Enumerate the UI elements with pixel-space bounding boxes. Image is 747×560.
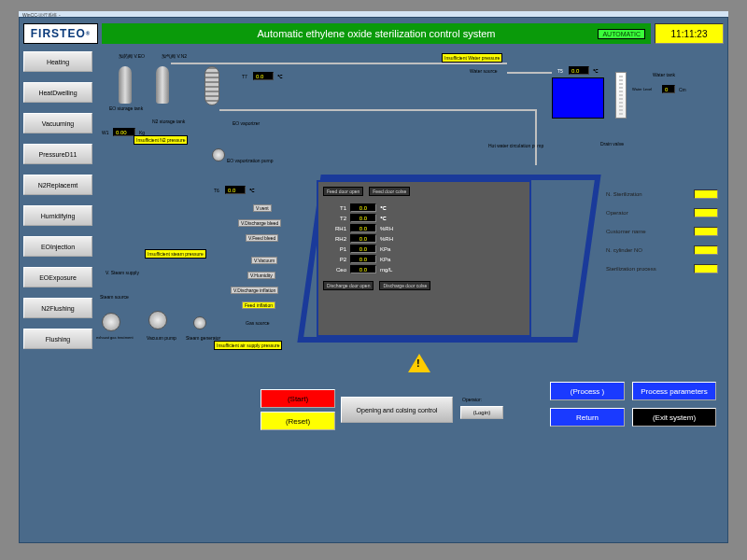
rp-operator-value xyxy=(694,208,718,217)
sidebar-n2flushing[interactable]: N2Flushing xyxy=(23,298,92,318)
v-feed-bleed-label: V.Feed bleed xyxy=(246,234,278,242)
rp-sterilization-label: N. Sterilization xyxy=(606,191,642,197)
sidebar-pressured11[interactable]: PressureD11 xyxy=(23,144,92,164)
sidebar-flushing[interactable]: Flushing xyxy=(23,329,92,349)
pipe xyxy=(507,72,552,74)
rp-sterilization-value xyxy=(694,189,718,199)
warning-icon xyxy=(408,354,430,372)
exhaust-label: exhaust gas treatment xyxy=(96,335,134,340)
water-tank-icon xyxy=(552,77,604,119)
chamber-param-row: Ceo0.0mg/L xyxy=(326,264,522,274)
page-title: Automatic ethylene oxide sterilization c… xyxy=(102,23,651,44)
chamber-param-row: T10.0℃ xyxy=(326,203,522,213)
discharge-door-open-button[interactable]: Discharge door open xyxy=(323,281,374,290)
right-panel: N. Sterilization Operator Customer name … xyxy=(606,189,718,273)
vaporizer-icon xyxy=(204,66,219,105)
reset-button[interactable]: (Reset) xyxy=(261,412,335,430)
v-vent-label: V.vent xyxy=(253,204,272,212)
sidebar-vacuuming[interactable]: Vacuuming xyxy=(23,113,92,133)
sidebar: Heating HeatDwelling Vacuuming PressureD… xyxy=(23,51,92,349)
sidebar-n2replacemt[interactable]: N2Replacemt xyxy=(23,175,92,195)
water-source-label: Water source xyxy=(470,68,498,74)
v-humidity-label: V.Humidity xyxy=(247,272,275,279)
mode-badge: AUTOMATIC xyxy=(598,29,645,39)
w1-value: 0.00 xyxy=(113,128,135,136)
chamber-param-row: P20.0KPa xyxy=(326,254,522,264)
drain-valve-label: Drain valve xyxy=(600,141,624,147)
v-vacuum-label: V.Vacuum xyxy=(251,257,277,264)
chamber: Feed door open Feed door colse T10.0℃T20… xyxy=(317,180,531,337)
rp-cylinder-value xyxy=(694,245,718,255)
logo: FIRSTEO® xyxy=(23,23,98,44)
callout-steam-pressure: Insufficient steam pressure xyxy=(145,249,206,259)
eo-tank-label: EO storage tank xyxy=(109,105,143,111)
n2-tank-icon xyxy=(156,66,169,104)
pipe xyxy=(171,63,507,64)
feed-door-close-button[interactable]: Feed door colse xyxy=(369,187,410,196)
process-parameters-button[interactable]: Process parameters xyxy=(632,382,716,400)
steam-supply-label: V. Steam supply xyxy=(106,270,139,275)
start-button[interactable]: (Start) xyxy=(261,389,335,408)
chamber-param-row: RH10.0%RH xyxy=(326,223,522,233)
v-discharge-inflation-label: V.Discharge inflation xyxy=(231,287,278,294)
t6-value: 0.0 xyxy=(225,186,246,194)
discharge-door-close-button[interactable]: Discharge door colse xyxy=(379,281,430,290)
rp-process-value xyxy=(694,264,718,273)
w1-label: W1 xyxy=(102,130,109,135)
sidebar-eoexposure[interactable]: EOExposure xyxy=(23,267,92,287)
sidebar-eoinjection[interactable]: EOInjection xyxy=(23,236,92,257)
rp-operator-label: Operator xyxy=(606,210,628,216)
water-tank-label: Water tank xyxy=(653,72,675,77)
exhaust-treatment-icon xyxy=(102,313,120,331)
eo-valve-label: 加药阀 V.EO xyxy=(119,53,145,59)
n2-valve-label: 加气阀 V.N2 xyxy=(162,53,187,59)
vap-pump-icon xyxy=(212,148,225,161)
callout-air-supply: Insufficient air supply pressure xyxy=(214,341,282,350)
vaporizer-label: EO vaporizer xyxy=(233,120,260,126)
t5-unit: ℃ xyxy=(593,68,599,74)
callout-n2-pressure: Insufficient N2 pressure xyxy=(134,135,188,145)
sidebar-humidifying[interactable]: Humidifying xyxy=(23,205,92,226)
water-level-label: Water Level xyxy=(632,87,652,91)
exit-system-button[interactable]: (Exit system) xyxy=(632,408,716,427)
t6-label: T6 xyxy=(214,188,219,193)
vacuum-pump-icon xyxy=(148,311,167,329)
steam-source-label: Steam source xyxy=(100,294,129,300)
t7-unit: ℃ xyxy=(277,74,283,79)
water-level-value: 0 xyxy=(662,85,675,93)
feed-inflation-label: Feed inflation xyxy=(242,301,275,309)
rp-customer-value xyxy=(694,227,718,236)
v-discharge-bleed-label: V.Discharge bleed xyxy=(238,219,281,227)
rp-customer-label: Customer name xyxy=(606,229,646,234)
t7-value: 0.0 xyxy=(253,72,274,80)
operator-label: Operator: xyxy=(462,397,482,402)
eo-tank-icon xyxy=(119,66,132,104)
header: FIRSTEO® Automatic ethylene oxide steril… xyxy=(23,21,724,46)
process-button[interactable]: (Process ) xyxy=(550,382,625,400)
opening-closing-button[interactable]: Opening and colsing control xyxy=(341,397,453,423)
t6-unit: ℃ xyxy=(249,188,255,193)
clock: 11:11:23 xyxy=(655,23,724,44)
chamber-param-row: T20.0℃ xyxy=(326,213,522,223)
t5-value: 0.0 xyxy=(569,66,589,75)
t5-label: T5 xyxy=(557,68,563,74)
water-gauge-icon xyxy=(615,72,627,119)
login-button[interactable]: (Login) xyxy=(460,406,503,419)
cm-label: Cm xyxy=(679,87,686,92)
feed-door-open-button[interactable]: Feed door open xyxy=(323,187,363,196)
vacuum-pump-label: Vacuum pump xyxy=(147,335,176,341)
rp-process-label: Sterilization process xyxy=(606,266,656,272)
sidebar-heatdwelling[interactable]: HeatDwelling xyxy=(23,82,92,103)
gas-source-label: Gas source xyxy=(246,320,270,326)
chamber-param-row: P10.0KPa xyxy=(326,244,522,254)
rp-cylinder-label: N. cylinder NO xyxy=(606,247,642,253)
sidebar-heating[interactable]: Heating xyxy=(23,51,92,72)
pipe xyxy=(219,109,537,111)
main-frame: FIRSTEO® Automatic ethylene oxide steril… xyxy=(19,17,728,543)
process-diagram: 加药阀 V.EO 加气阀 V.N2 EO storage tank N2 sto… xyxy=(96,49,724,539)
steam-gen-icon xyxy=(193,316,206,329)
callout-water-pressure: Insufficient Water pressure xyxy=(442,53,502,63)
pipe xyxy=(535,109,537,165)
return-button[interactable]: Return xyxy=(550,408,625,427)
t7-label: T7 xyxy=(242,74,247,79)
